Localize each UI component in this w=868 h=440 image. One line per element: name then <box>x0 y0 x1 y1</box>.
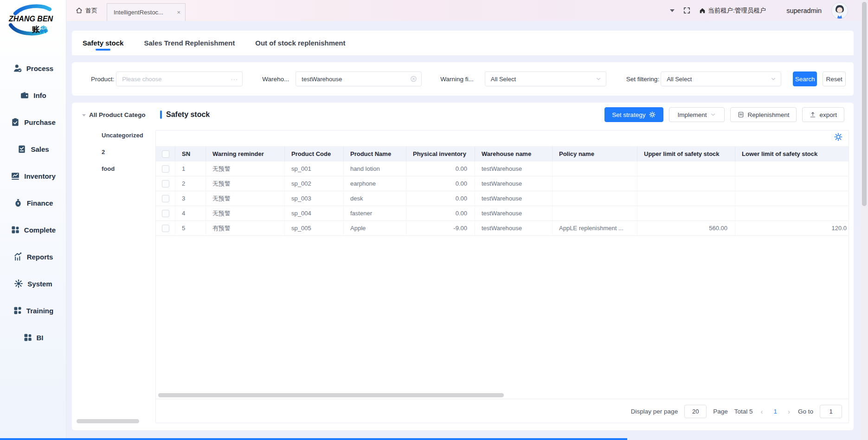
tenant-info[interactable]: 当前租户:管理员租户 <box>699 6 766 15</box>
fullscreen-icon[interactable] <box>683 6 691 14</box>
column-header: Warning reminder <box>206 146 285 162</box>
tree-horizontal-scrollbar[interactable] <box>77 419 139 423</box>
table-cell: testWarehouse <box>475 162 553 176</box>
sidebar-item-reports[interactable]: Reports <box>0 243 66 270</box>
username[interactable]: superadmin <box>786 7 822 14</box>
next-page-icon[interactable]: › <box>786 408 791 415</box>
table-cell: earphone <box>344 176 406 191</box>
prev-page-icon[interactable]: ‹ <box>759 408 764 415</box>
window-scrollbar-track[interactable] <box>861 0 868 440</box>
close-icon[interactable]: × <box>177 9 180 15</box>
window-scrollbar-thumb[interactable] <box>862 2 867 206</box>
avatar-image <box>832 3 848 19</box>
table-row[interactable]: 1无预警sp_001hand lotion0.00testWarehouse <box>156 162 849 176</box>
table-row[interactable]: 2无预警sp_002earphone0.00testWarehouse <box>156 176 849 191</box>
sidebar-item-purchase[interactable]: Purchase <box>0 109 66 136</box>
page-tab[interactable]: IntelligentRestoc... × <box>107 3 186 21</box>
tree-item[interactable]: food <box>102 160 143 177</box>
implement-dropdown-button[interactable]: Implement <box>669 107 725 122</box>
grid-icon <box>23 333 32 342</box>
set-strategy-button[interactable]: Set strategy <box>604 107 663 122</box>
row-checkbox[interactable] <box>162 195 169 202</box>
table-settings-gear-icon[interactable] <box>834 132 843 142</box>
chevron-down-icon <box>595 76 602 82</box>
table-row[interactable]: 4无预警sp_004fastener0.00testWarehouse <box>156 206 849 221</box>
sidebar-item-label: Finance <box>27 199 53 207</box>
tab-safety-stock[interactable]: Safety stock <box>83 32 123 54</box>
tab-sales-trend-replenishment[interactable]: Sales Trend Replenishment <box>144 32 235 54</box>
goto-label: Go to <box>798 408 813 415</box>
sidebar-item-sales[interactable]: Sales <box>0 136 66 162</box>
page-title: Safety stock <box>166 110 210 119</box>
reset-button[interactable]: Reset <box>823 71 846 86</box>
sidebar-item-training[interactable]: Training <box>0 297 66 324</box>
table-cell <box>553 162 637 176</box>
table-cell: 无预警 <box>206 162 285 176</box>
warning-filter-value[interactable] <box>485 72 606 86</box>
sidebar-item-label: Reports <box>27 253 53 261</box>
caret-down-icon <box>82 114 86 116</box>
clipboard-list-icon <box>17 144 26 154</box>
tree-item[interactable]: Uncategorized <box>102 127 143 143</box>
tree-item[interactable]: 2 <box>102 143 143 160</box>
sidebar-item-complete[interactable]: Complete <box>0 216 66 243</box>
page-size-input[interactable] <box>684 405 707 418</box>
set-filtering-value[interactable] <box>661 72 781 86</box>
sidebar-item-process[interactable]: Process <box>0 55 66 82</box>
sidebar-item-finance[interactable]: ¥ Finance <box>0 189 66 216</box>
table-cell: 4 <box>175 206 206 220</box>
table-horizontal-scrollbar[interactable] <box>158 393 504 397</box>
set-filtering-select[interactable] <box>661 71 781 86</box>
table-cell <box>637 176 735 191</box>
table-cell: fastener <box>344 206 406 220</box>
current-page[interactable]: 1 <box>771 408 780 415</box>
product-input[interactable] <box>116 72 242 86</box>
app-logo: ZHANG BEN 账犇 <box>5 4 61 37</box>
row-checkbox[interactable] <box>162 225 169 232</box>
chevron-down-icon <box>770 76 777 82</box>
table-row[interactable]: 3无预警sp_003desk0.00testWarehouse <box>156 191 849 206</box>
table-cell <box>637 206 735 220</box>
table-row[interactable]: 5有预警sp_005Apple-9.00testWarehouseAppLE r… <box>156 221 849 236</box>
sidebar-item-system[interactable]: System <box>0 270 66 297</box>
topbar-right: 当前租户:管理员租户 superadmin <box>670 0 861 21</box>
row-checkbox[interactable] <box>162 210 169 217</box>
chevron-down-icon[interactable] <box>670 9 675 12</box>
row-checkbox[interactable] <box>162 165 169 173</box>
warning-filter-select[interactable] <box>485 71 606 86</box>
select-all-checkbox[interactable] <box>162 150 169 158</box>
avatar[interactable] <box>832 3 848 19</box>
clear-icon[interactable] <box>410 76 417 83</box>
safety-stock-region: Safety stock Set strategy Implement Repl… <box>155 103 849 423</box>
row-checkbox[interactable] <box>162 180 169 188</box>
page-tabs-card: Safety stock Sales Trend Replenishment O… <box>72 31 854 55</box>
tenant-label: 当前租户:管理员租户 <box>708 6 766 15</box>
wallet-icon <box>20 91 29 100</box>
row-checkbox-cell <box>156 176 175 191</box>
grid-icon <box>13 306 22 315</box>
more-dots-icon[interactable]: ··· <box>231 76 238 83</box>
column-header: Product Name <box>344 146 406 162</box>
export-button[interactable]: export <box>802 107 844 122</box>
topbar: 首页 IntelligentRestoc... × 当前租户:管理员租户 sup… <box>66 0 861 21</box>
search-button[interactable]: Search <box>793 71 817 86</box>
table-cell <box>735 206 849 220</box>
replenishment-button[interactable]: Replenishment <box>730 107 797 122</box>
goto-page-input[interactable] <box>820 405 842 418</box>
table-cell <box>637 162 735 176</box>
bar-chart-icon <box>13 252 23 261</box>
warehouse-select[interactable] <box>296 71 422 86</box>
product-select[interactable]: ··· <box>116 71 243 86</box>
home-tab-label: 首页 <box>85 6 97 15</box>
sidebar-item-bi[interactable]: BI <box>0 324 66 351</box>
tree-root-all-product-categories[interactable]: All Product Catego <box>82 111 146 118</box>
table-cell: hand lotion <box>344 162 406 176</box>
pagination: Display per page Page Total 5 ‹ 1 › Go t… <box>631 399 842 423</box>
home-tab[interactable]: 首页 <box>66 0 107 21</box>
sidebar-item-info[interactable]: Info <box>0 82 66 109</box>
tab-out-of-stock-replenishment[interactable]: Out of stock replenishment <box>255 32 345 54</box>
warehouse-input[interactable] <box>296 72 421 86</box>
sidebar-menu: Process Info Purchase Sales Inventory ¥ … <box>0 55 66 351</box>
sidebar-item-inventory[interactable]: Inventory <box>0 162 66 189</box>
bottom-accent-bar <box>0 438 627 440</box>
